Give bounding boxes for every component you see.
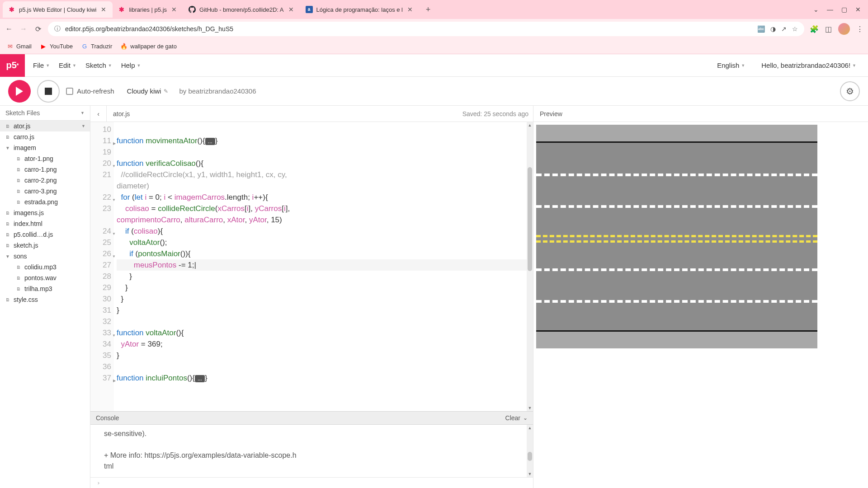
file-item[interactable]: 🗎carro-3.png: [0, 186, 90, 197]
forward-icon[interactable]: →: [19, 24, 28, 33]
file-item[interactable]: 🗎colidiu.mp3: [0, 262, 90, 272]
file-icon: 🗎: [5, 135, 11, 140]
back-icon[interactable]: ←: [5, 24, 14, 33]
youtube-icon: ▶: [40, 43, 47, 50]
menu-help[interactable]: Help▼: [118, 59, 145, 72]
preview-header: Preview: [533, 106, 868, 122]
file-item[interactable]: 🗎p5.collid…d.js: [0, 229, 90, 240]
scroll-up-icon[interactable]: ▲: [527, 425, 533, 431]
share-icon[interactable]: ↗: [781, 25, 787, 33]
play-button[interactable]: [8, 80, 31, 103]
file-name: index.html: [14, 220, 42, 227]
bookmark-star-icon[interactable]: ☆: [792, 25, 798, 33]
file-item[interactable]: 🗎sketch.js: [0, 240, 90, 251]
p5-logo[interactable]: p5*: [0, 54, 25, 77]
scroll-down-icon[interactable]: ▼: [527, 471, 533, 477]
bookmark-wallpaper[interactable]: 🔥wallpaper de gato: [120, 43, 177, 50]
bookmark-gmail[interactable]: ✉Gmail: [6, 43, 32, 50]
editor-scrollbar[interactable]: ▲ ▼: [527, 122, 533, 411]
site-info-icon[interactable]: ⓘ: [54, 25, 61, 33]
file-name: style.css: [14, 296, 38, 303]
language-selector[interactable]: English▼: [713, 59, 749, 72]
center-line: [536, 240, 817, 243]
checkbox-icon[interactable]: [66, 88, 73, 95]
file-icon: 🗎: [5, 221, 11, 226]
chevron-down-icon: ▼: [741, 63, 745, 68]
bookmark-bar: ✉Gmail ▶YouTube GTraduzir 🔥wallpaper de …: [0, 39, 868, 54]
translate-icon[interactable]: 🔤: [757, 25, 765, 33]
minimize-icon[interactable]: —: [827, 6, 833, 13]
url-text: editor.p5js.org/beatrizbrandao240306/ske…: [65, 25, 233, 33]
extensions-icon[interactable]: 🧩: [810, 25, 819, 33]
scroll-down-icon[interactable]: ▼: [527, 405, 533, 411]
bookmark-youtube[interactable]: ▶YouTube: [40, 43, 73, 50]
user-menu[interactable]: Hello, beatrizbrandao240306!▼: [758, 59, 860, 72]
folder-item[interactable]: ▼imagem: [0, 142, 90, 153]
file-item[interactable]: 🗎ator.js▼: [0, 121, 90, 131]
chevron-down-icon[interactable]: ▼: [80, 111, 85, 115]
file-item[interactable]: 🗎index.html: [0, 218, 90, 229]
browser-tab-active[interactable]: ✱ p5.js Web Editor | Cloudy kiwi ✕: [3, 1, 113, 18]
tab-close-icon[interactable]: ✕: [100, 6, 107, 13]
code-body[interactable]: function movimentaAtor(){...}function ve…: [114, 122, 533, 411]
scroll-up-icon[interactable]: ▲: [527, 122, 533, 128]
file-options-icon[interactable]: ▼: [81, 124, 85, 128]
console-clear-button[interactable]: Clear ⌄: [505, 414, 528, 422]
console-input[interactable]: ›: [90, 477, 533, 488]
scroll-thumb[interactable]: [528, 167, 532, 271]
edit-pencil-icon[interactable]: ✎: [164, 88, 168, 94]
fire-icon: 🔥: [120, 43, 127, 50]
menu-bar: File▼ Edit▼ Sketch▼ Help▼: [25, 59, 149, 72]
browser-tab[interactable]: ✱ libraries | p5.js ✕: [113, 1, 183, 18]
chevron-down-icon: ▼: [72, 63, 76, 68]
settings-button[interactable]: ⚙: [840, 81, 860, 101]
tab-close-icon[interactable]: ✕: [406, 6, 414, 13]
menu-kebab-icon[interactable]: ⋮: [856, 25, 863, 33]
lane-marking: [536, 268, 817, 271]
bookmark-translate[interactable]: GTraduzir: [81, 43, 112, 50]
tab-close-icon[interactable]: ✕: [288, 6, 295, 13]
file-item[interactable]: 🗎ator-1.png: [0, 153, 90, 164]
menu-sketch[interactable]: Sketch▼: [82, 59, 116, 72]
menu-edit[interactable]: Edit▼: [55, 59, 80, 72]
browser-tab[interactable]: a Lógica de programação: laços e l ✕: [300, 1, 420, 18]
browser-chrome: ✱ p5.js Web Editor | Cloudy kiwi ✕ ✱ lib…: [0, 0, 868, 54]
file-name: carro-1.png: [24, 166, 57, 173]
maximize-icon[interactable]: ▢: [841, 6, 847, 13]
tab-close-icon[interactable]: ✕: [170, 6, 178, 13]
stop-button[interactable]: [37, 80, 60, 103]
sketch-name[interactable]: Cloudy kiwi ✎: [127, 87, 169, 95]
file-item[interactable]: 🗎trilha.mp3: [0, 283, 90, 294]
file-item[interactable]: 🗎pontos.wav: [0, 272, 90, 283]
file-icon: 🗎: [5, 211, 11, 216]
file-item[interactable]: 🗎estrada.png: [0, 197, 90, 207]
file-item[interactable]: 🗎carro.js: [0, 131, 90, 142]
file-item[interactable]: 🗎carro-2.png: [0, 175, 90, 186]
folder-item[interactable]: ▼sons: [0, 251, 90, 262]
file-item[interactable]: 🗎style.css: [0, 294, 90, 305]
console-scrollbar[interactable]: ▲ ▼: [527, 425, 533, 477]
chevron-down-icon: ▼: [137, 63, 141, 68]
auto-refresh-toggle[interactable]: Auto-refresh: [66, 87, 114, 95]
menu-file[interactable]: File▼: [29, 59, 53, 72]
chevron-down-icon[interactable]: ⌄: [523, 415, 528, 421]
new-tab-button[interactable]: +: [422, 3, 434, 16]
sketch-author: by beatrizbrandao240306: [179, 87, 256, 95]
code-editor[interactable]: 1011▶1920▼2122▼2324▼2526▼27282930313233▼…: [90, 122, 533, 411]
collapse-sidebar-button[interactable]: ‹: [90, 106, 107, 122]
lens-icon[interactable]: ◑: [770, 25, 776, 33]
file-icon: 🗎: [15, 265, 22, 270]
file-item[interactable]: 🗎carro-1.png: [0, 164, 90, 175]
alura-favicon-icon: a: [306, 6, 313, 13]
close-window-icon[interactable]: ✕: [855, 6, 861, 13]
scroll-thumb[interactable]: [528, 452, 532, 461]
sidepanel-icon[interactable]: ◫: [825, 25, 832, 33]
folder-icon: ▼: [5, 254, 11, 259]
profile-avatar[interactable]: [838, 23, 850, 35]
reload-icon[interactable]: ⟳: [33, 24, 42, 33]
address-bar[interactable]: ⓘ editor.p5js.org/beatrizbrandao240306/s…: [48, 22, 804, 36]
center-line: [536, 235, 817, 237]
file-item[interactable]: 🗎imagens.js: [0, 207, 90, 218]
browser-tab[interactable]: GitHub - bmoren/p5.collide2D: A ✕: [183, 1, 300, 18]
tab-dropdown-icon[interactable]: ⌄: [813, 6, 819, 13]
